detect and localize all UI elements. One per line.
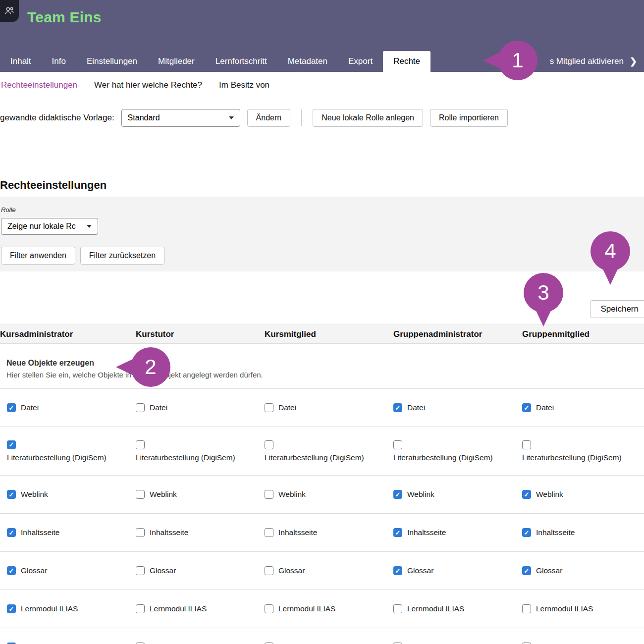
- save-button[interactable]: Speichern: [590, 300, 644, 318]
- column-header-kursmitglied: Kursmitglied: [258, 329, 386, 339]
- role-filter-select[interactable]: Zeige nur lokale Rc: [1, 218, 98, 235]
- permission-cell: Literaturbestellung (DigiSem): [258, 427, 386, 475]
- checked-checkbox[interactable]: [7, 566, 16, 575]
- permission-cell: Glossar: [515, 552, 644, 590]
- unchecked-checkbox[interactable]: [265, 566, 273, 575]
- tab-lernfortschritt[interactable]: Lernfortschritt: [205, 51, 277, 72]
- column-header-gruppenmitglied: Gruppenmitglied: [515, 329, 644, 339]
- permission-cell: Weblink: [258, 476, 386, 513]
- unchecked-checkbox[interactable]: [522, 604, 531, 613]
- unchecked-checkbox[interactable]: [136, 604, 145, 613]
- checked-checkbox[interactable]: [522, 528, 531, 537]
- checked-checkbox[interactable]: [7, 604, 16, 613]
- permission-label: Literaturbestellung (DigiSem): [522, 453, 622, 462]
- permission-label: Weblink: [21, 490, 48, 499]
- permission-label: Glossar: [150, 566, 176, 575]
- permission-cell: Lernmodul ILIAS: [258, 590, 386, 628]
- subtab-list: RechteeinstellungenWer hat hier welche R…: [0, 72, 644, 93]
- unchecked-checkbox[interactable]: [136, 490, 145, 499]
- permission-label: Datei: [407, 403, 425, 412]
- tab-info[interactable]: Info: [42, 51, 76, 72]
- checked-checkbox[interactable]: [393, 490, 402, 499]
- didactic-template-select[interactable]: Standard: [121, 109, 240, 127]
- tab-inhalt[interactable]: Inhalt: [0, 51, 42, 72]
- tab-einstellungen[interactable]: Einstellungen: [76, 51, 148, 72]
- perm-table-header: KursadministratorKurstutorKursmitgliedGr…: [0, 324, 644, 344]
- permission-label: Literaturbestellung (DigiSem): [265, 453, 364, 462]
- permission-cell: Datei: [129, 389, 258, 427]
- checked-checkbox[interactable]: [7, 528, 16, 537]
- filter-panel: Rolle Zeige nur lokale Rc Filter anwende…: [0, 197, 644, 271]
- permission-cell: Lernmodul HTML: [258, 628, 386, 644]
- column-header-kursadministrator: Kursadministrator: [0, 329, 129, 339]
- tab-metadaten[interactable]: Metadaten: [277, 51, 338, 72]
- unchecked-checkbox[interactable]: [265, 490, 273, 499]
- annotation-number: 1: [512, 49, 523, 72]
- permission-cell: Glossar: [129, 552, 258, 590]
- subtab-wer-hat-hier-welche-rechte[interactable]: Wer hat hier welche Rechte?: [94, 80, 202, 90]
- change-template-button[interactable]: Ändern: [247, 109, 291, 127]
- unchecked-checkbox[interactable]: [265, 604, 273, 613]
- activate-as-member-label: s Mitglied aktivieren: [550, 56, 624, 66]
- unchecked-checkbox[interactable]: [136, 440, 145, 449]
- unchecked-checkbox[interactable]: [522, 440, 531, 449]
- permission-label: Literaturbestellung (DigiSem): [7, 453, 107, 462]
- unchecked-checkbox[interactable]: [136, 566, 145, 575]
- subtab-rechteeinstellungen[interactable]: Rechteeinstellungen: [1, 80, 77, 90]
- chevron-down-icon: [87, 225, 92, 228]
- permission-label: Weblink: [150, 490, 177, 499]
- activate-as-member-action[interactable]: s Mitglied aktivieren ❯: [550, 51, 644, 72]
- page: Team Eins InhaltInfoEinstellungenMitglie…: [0, 0, 644, 644]
- permission-cell: Weblink: [515, 476, 644, 513]
- unchecked-checkbox[interactable]: [393, 440, 402, 449]
- tab-mitglieder[interactable]: Mitglieder: [148, 51, 205, 72]
- subtab-im-besitz-von[interactable]: Im Besitz von: [219, 80, 269, 90]
- top-bar: Team Eins InhaltInfoEinstellungenMitglie…: [0, 0, 644, 72]
- filter-apply-button[interactable]: Filter anwenden: [1, 247, 75, 265]
- permission-cell: Datei: [515, 389, 644, 427]
- checked-checkbox[interactable]: [522, 490, 531, 499]
- checked-checkbox[interactable]: [7, 403, 16, 412]
- didactic-template-label: gewandte didaktische Vorlage:: [0, 113, 114, 123]
- checked-checkbox[interactable]: [7, 490, 16, 499]
- didactic-template-value: Standard: [128, 113, 160, 122]
- permission-label: Literaturbestellung (DigiSem): [393, 453, 493, 462]
- permission-label: Lernmodul ILIAS: [536, 604, 593, 613]
- checked-checkbox[interactable]: [393, 566, 402, 575]
- checked-checkbox[interactable]: [393, 528, 402, 537]
- unchecked-checkbox[interactable]: [265, 528, 273, 537]
- checked-checkbox[interactable]: [522, 403, 531, 412]
- group-members-icon[interactable]: [0, 0, 19, 22]
- new-local-role-button[interactable]: Neue lokale Rolle anlegen: [313, 109, 423, 127]
- unchecked-checkbox[interactable]: [136, 528, 145, 537]
- tab-export[interactable]: Export: [338, 51, 383, 72]
- filter-buttons: Filter anwenden Filter zurücksetzen: [1, 247, 644, 265]
- permission-label: Datei: [21, 403, 39, 412]
- didactic-template-row: gewandte didaktische Vorlage: Standard Ä…: [0, 109, 644, 127]
- unchecked-checkbox[interactable]: [393, 604, 402, 613]
- checked-checkbox[interactable]: [393, 403, 402, 412]
- create-objects-subtitle: Hier stellen Sie ein, welche Objekte in …: [6, 371, 644, 379]
- permission-cell: Datei: [0, 389, 129, 427]
- filter-reset-button[interactable]: Filter zurücksetzen: [80, 247, 164, 265]
- tab-list: InhaltInfoEinstellungenMitgliederLernfor…: [0, 51, 430, 72]
- permission-cell: Lernmodul HTML: [129, 628, 258, 644]
- checked-checkbox[interactable]: [7, 440, 16, 449]
- unchecked-checkbox[interactable]: [136, 403, 145, 412]
- annotation-pin-1: 1: [498, 41, 537, 80]
- unchecked-checkbox[interactable]: [265, 403, 273, 412]
- section-title: Rechteeinstellungen: [0, 178, 644, 192]
- permission-cell: Inhaltsseite: [515, 514, 644, 551]
- permission-label: Literaturbestellung (DigiSem): [136, 453, 235, 462]
- permission-cell: Datei: [386, 389, 515, 427]
- import-role-button[interactable]: Rolle importieren: [430, 109, 508, 127]
- permission-row-literaturbestellung-digisem: Literaturbestellung (DigiSem)Literaturbe…: [0, 427, 644, 476]
- permission-label: Glossar: [21, 566, 47, 575]
- checked-checkbox[interactable]: [522, 566, 531, 575]
- permission-cell: Glossar: [386, 552, 515, 590]
- tab-rechte[interactable]: Rechte: [383, 51, 430, 72]
- tab-bar: InhaltInfoEinstellungenMitgliederLernfor…: [0, 51, 644, 72]
- permission-cell: Literaturbestellung (DigiSem): [386, 427, 515, 475]
- chevron-down-icon: [229, 116, 234, 119]
- unchecked-checkbox[interactable]: [265, 440, 273, 449]
